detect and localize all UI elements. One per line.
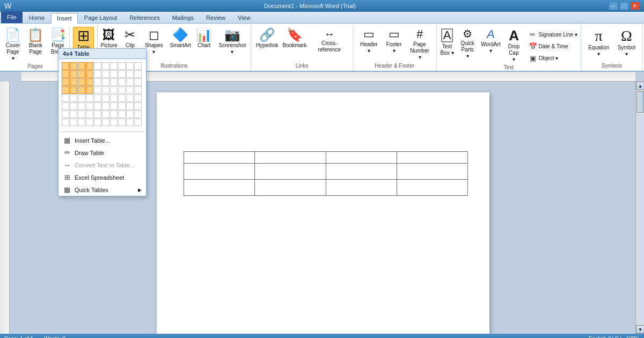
picker-cell[interactable] — [78, 119, 85, 126]
picker-cell[interactable] — [86, 119, 93, 126]
picker-cell[interactable] — [86, 70, 93, 78]
object-button[interactable]: ▣ Object ▾ — [526, 53, 580, 64]
picker-cell[interactable] — [118, 119, 126, 126]
picker-cell[interactable] — [126, 94, 134, 102]
picker-cell[interactable] — [62, 78, 69, 86]
picker-cell[interactable] — [62, 70, 69, 78]
picker-cell[interactable] — [110, 94, 118, 102]
picker-cell[interactable] — [126, 78, 134, 86]
picker-cell[interactable] — [86, 111, 93, 118]
picker-cell[interactable] — [78, 62, 85, 70]
picker-cell[interactable] — [62, 119, 69, 126]
close-button[interactable]: ✕ — [630, 2, 640, 10]
picker-cell[interactable] — [94, 94, 101, 102]
picker-cell[interactable] — [134, 86, 142, 94]
picker-cell[interactable] — [110, 78, 118, 86]
tab-page-layout[interactable]: Page Layout — [78, 12, 123, 23]
picker-cell[interactable] — [70, 102, 77, 110]
picker-cell[interactable] — [70, 70, 77, 78]
picker-cell[interactable] — [102, 70, 109, 78]
insert-table-menu-item[interactable]: ▦ Insert Table... — [58, 134, 146, 146]
minimize-button[interactable]: — — [609, 2, 618, 10]
crossref-button[interactable]: ↔ Cross-reference — [309, 27, 349, 55]
picker-cell[interactable] — [62, 111, 69, 118]
picker-cell[interactable] — [110, 111, 118, 118]
picker-cell[interactable] — [86, 86, 93, 94]
dropcap-button[interactable]: A DropCap ▾ — [504, 27, 524, 64]
picker-cell[interactable] — [126, 111, 134, 118]
draw-table-menu-item[interactable]: ✏ Draw Table — [58, 146, 146, 159]
picker-cell[interactable] — [134, 102, 142, 110]
picker-cell[interactable] — [94, 86, 101, 94]
picker-cell[interactable] — [134, 119, 142, 126]
picker-cell[interactable] — [62, 102, 69, 110]
picker-cell[interactable] — [102, 62, 109, 70]
picker-cell[interactable] — [110, 62, 118, 70]
picker-cell[interactable] — [78, 102, 85, 110]
picker-cell[interactable] — [70, 78, 77, 86]
footer-button[interactable]: ▭ Footer ▾ — [383, 27, 406, 56]
picker-cell[interactable] — [102, 119, 109, 126]
picker-cell[interactable] — [86, 78, 93, 86]
textbox-button[interactable]: A TextBox ▾ — [437, 27, 457, 64]
picker-cell[interactable] — [126, 62, 134, 70]
picker-cell[interactable] — [70, 111, 77, 118]
picker-cell[interactable] — [86, 102, 93, 110]
picker-cell[interactable] — [102, 86, 109, 94]
picker-cell[interactable] — [134, 78, 142, 86]
hyperlink-button[interactable]: 🔗 Hyperlink — [254, 27, 280, 50]
picker-cell[interactable] — [118, 111, 126, 118]
maximize-button[interactable]: □ — [619, 2, 629, 10]
picker-cell[interactable] — [110, 70, 118, 78]
equation-button[interactable]: π Equation ▾ — [584, 27, 613, 59]
picker-cell[interactable] — [62, 62, 69, 70]
picker-cell[interactable] — [70, 119, 77, 126]
picker-cell[interactable] — [118, 86, 126, 94]
bookmark-button[interactable]: 🔖 Bookmark — [281, 27, 309, 50]
picker-cell[interactable] — [78, 111, 85, 118]
excel-spreadsheet-menu-item[interactable]: ⊞ Excel Spreadsheet — [58, 171, 146, 183]
scroll-up-button[interactable]: ▲ — [636, 82, 644, 90]
picker-cell[interactable] — [70, 86, 77, 94]
picker-cell[interactable] — [126, 102, 134, 110]
picker-cell[interactable] — [102, 102, 109, 110]
header-button[interactable]: ▭ Header ▾ — [356, 27, 381, 56]
scrollbar-thumb[interactable] — [636, 91, 644, 113]
picker-cell[interactable] — [102, 94, 109, 102]
blank-page-button[interactable]: 📋 BlankPage — [25, 27, 46, 57]
picker-cell[interactable] — [126, 119, 134, 126]
picker-cell[interactable] — [94, 119, 101, 126]
tab-references[interactable]: References — [123, 12, 165, 23]
wordart-button[interactable]: A WordArt ▾ — [478, 27, 503, 64]
picker-cell[interactable] — [118, 102, 126, 110]
picker-cell[interactable] — [134, 70, 142, 78]
scroll-down-button[interactable]: ▼ — [636, 325, 644, 334]
picker-cell[interactable] — [94, 70, 101, 78]
tab-home[interactable]: Home — [23, 12, 50, 23]
picker-cell[interactable] — [62, 86, 69, 94]
picker-cell[interactable] — [62, 94, 69, 102]
picker-cell[interactable] — [78, 78, 85, 86]
picker-cell[interactable] — [110, 102, 118, 110]
picker-cell[interactable] — [78, 94, 85, 102]
chart-button[interactable]: 📊 Chart — [194, 27, 214, 50]
picker-cell[interactable] — [118, 94, 126, 102]
picker-cell[interactable] — [102, 78, 109, 86]
quickparts-button[interactable]: ⚙ QuickParts ▾ — [458, 27, 477, 64]
signature-line-button[interactable]: ✏ Signature Line ▾ — [526, 29, 580, 40]
tab-review[interactable]: Review — [200, 12, 231, 23]
picker-cell[interactable] — [94, 111, 101, 118]
picker-cell[interactable] — [126, 70, 134, 78]
picker-cell[interactable] — [134, 62, 142, 70]
tab-insert[interactable]: Insert — [51, 13, 78, 24]
picker-cell[interactable] — [78, 86, 85, 94]
date-time-button[interactable]: 📅 Date & Time — [526, 41, 580, 52]
picker-cell[interactable] — [94, 78, 101, 86]
picker-cell[interactable] — [134, 111, 142, 118]
symbol-button[interactable]: Ω Symbol ▾ — [614, 27, 639, 59]
screenshot-button[interactable]: 📷 Screenshot ▾ — [215, 27, 250, 57]
quick-tables-menu-item[interactable]: ▦ Quick Tables ▶ — [58, 183, 146, 196]
picker-cell[interactable] — [70, 94, 77, 102]
picker-cell[interactable] — [110, 86, 118, 94]
tab-view[interactable]: View — [232, 12, 257, 23]
